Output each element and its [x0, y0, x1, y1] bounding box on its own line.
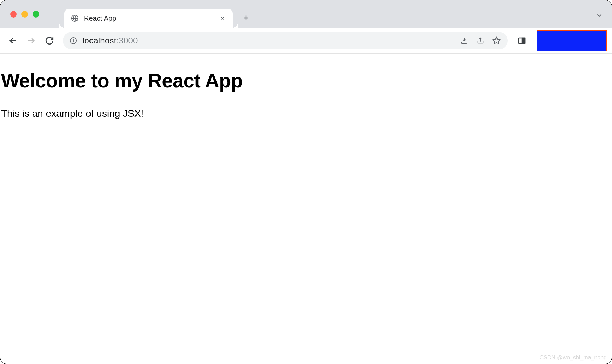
- toolbar: localhost:3000: [0, 28, 612, 54]
- forward-button[interactable]: [24, 33, 39, 48]
- install-app-icon[interactable]: [459, 36, 469, 46]
- page-heading: Welcome to my React App: [1, 69, 612, 92]
- watermark: CSDN @wo_shi_ma_nong: [540, 355, 607, 361]
- back-button[interactable]: [5, 33, 21, 48]
- tabs-row: React App: [64, 0, 253, 28]
- url-text: localhost:3000: [82, 36, 454, 46]
- reload-button[interactable]: [42, 33, 57, 48]
- tabs-dropdown-button[interactable]: [596, 12, 603, 19]
- svg-point-2: [73, 39, 74, 39]
- globe-icon: [71, 14, 79, 22]
- new-tab-button[interactable]: [239, 11, 253, 25]
- url-host: localhost: [82, 36, 117, 45]
- page-content: Welcome to my React App This is an examp…: [0, 69, 612, 119]
- tab-title: React App: [84, 14, 214, 22]
- toolbar-right: [513, 30, 607, 51]
- close-window-button[interactable]: [10, 11, 17, 18]
- svg-rect-4: [522, 38, 525, 43]
- omnibox-actions: [459, 36, 501, 46]
- minimize-window-button[interactable]: [21, 11, 28, 18]
- side-panel-icon[interactable]: [517, 36, 527, 46]
- page-paragraph: This is an example of using JSX!: [1, 108, 612, 119]
- maximize-window-button[interactable]: [33, 11, 39, 18]
- close-tab-button[interactable]: [219, 14, 226, 22]
- bookmark-icon[interactable]: [492, 36, 501, 46]
- site-info-icon[interactable]: [69, 36, 78, 45]
- browser-tab[interactable]: React App: [64, 9, 233, 28]
- share-icon[interactable]: [475, 36, 485, 46]
- address-bar[interactable]: localhost:3000: [63, 32, 508, 49]
- profile-button[interactable]: [537, 30, 607, 51]
- tab-strip: React App: [0, 0, 612, 28]
- window-controls: [10, 11, 39, 18]
- url-port: :3000: [117, 36, 138, 45]
